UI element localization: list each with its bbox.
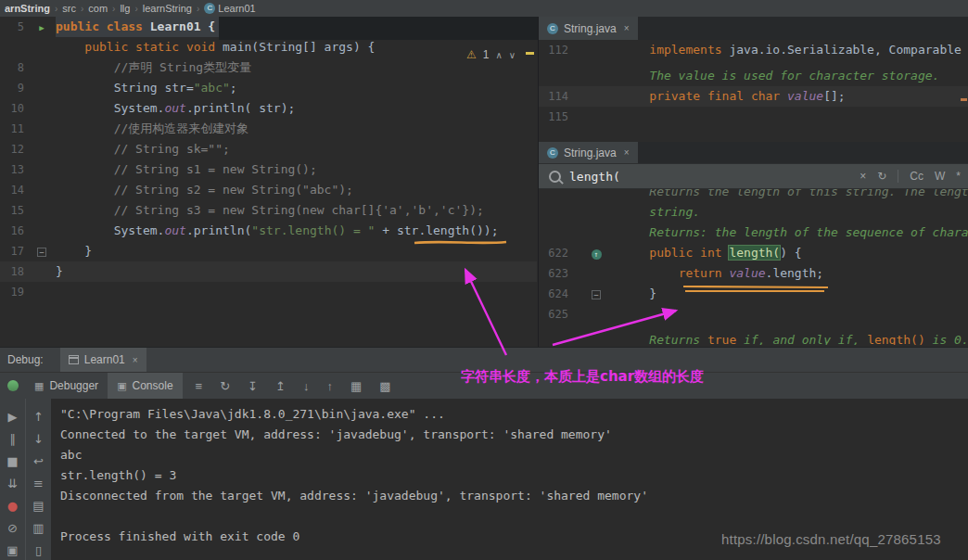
tab-string-java-top[interactable]: C String.java × [539, 17, 638, 40]
code-line[interactable]: 14 // String s2 = new String("abc"); [0, 180, 537, 200]
close-icon[interactable]: × [624, 23, 630, 33]
move-up-icon[interactable]: ↑ [326, 379, 333, 393]
code-line[interactable]: 19 [0, 282, 537, 302]
regex-toggle[interactable]: * [956, 170, 961, 183]
breadcrumb-item[interactable]: llg [118, 3, 132, 14]
search-clear-icon[interactable]: × [860, 170, 866, 183]
code-line[interactable]: 624− } [539, 284, 968, 304]
tab-debugger[interactable]: ▦ Debugger [25, 373, 108, 399]
step-filter-button[interactable]: ⇊ [7, 473, 18, 495]
mute-breakpoints-button[interactable]: ⊘ [7, 517, 18, 540]
line-number[interactable] [539, 189, 572, 202]
close-icon[interactable]: × [133, 355, 138, 365]
fold-icon[interactable]: − [572, 284, 620, 304]
clear-console-button[interactable]: ▥ [32, 517, 44, 540]
scroll-down-icon[interactable]: ↧ [248, 379, 258, 393]
code-line[interactable]: 9 String str="abc"; [0, 78, 537, 98]
breadcrumb-item[interactable]: arnString [3, 3, 52, 14]
print-button[interactable]: ▤ [32, 495, 44, 517]
line-number[interactable]: 12 [0, 139, 28, 159]
line-number[interactable]: 112 [539, 40, 572, 60]
code-line[interactable]: Returns the length of this string. The l… [539, 189, 968, 202]
code-line[interactable]: 11 //使用构造器来创建对象 [0, 119, 537, 139]
line-number[interactable]: 114 [539, 86, 572, 107]
fold-icon[interactable]: − [28, 241, 56, 261]
line-number[interactable]: 13 [0, 159, 28, 180]
line-number[interactable]: 9 [0, 78, 28, 98]
code-line[interactable]: 12 // String sk=""; [0, 139, 537, 159]
line-number[interactable]: 625 [539, 304, 572, 325]
scroll-end-button[interactable]: ≡ [33, 473, 44, 495]
line-number[interactable]: 115 [539, 107, 572, 127]
code-line[interactable]: Returns: the length of the sequence of c… [539, 223, 968, 243]
line-number[interactable]: 16 [0, 221, 28, 241]
code-line[interactable]: 13 // String s1 = new String(); [0, 159, 537, 180]
search-input[interactable]: length( [569, 170, 860, 184]
search-history-icon[interactable]: ↻ [877, 170, 886, 183]
code-line[interactable]: 115 [539, 107, 968, 127]
trash-button[interactable]: ▯ [35, 540, 42, 560]
console-line: Connected to the target VM, address: 'ja… [60, 425, 968, 445]
tab-string-java-bottom[interactable]: C String.java × [539, 142, 638, 163]
code-line[interactable]: 17− } [0, 241, 537, 261]
prev-issue-icon[interactable]: ∧ [495, 50, 502, 60]
line-number[interactable]: 17 [0, 241, 28, 261]
code-line[interactable]: 16 System.out.println("str.length() = " … [0, 221, 537, 241]
line-number[interactable]: 18 [0, 261, 28, 282]
code-line[interactable]: Returns true if, and only if, length() i… [539, 330, 968, 345]
override-icon[interactable]: ↑ [572, 243, 620, 263]
layout-grid-icon[interactable]: ▦ [350, 379, 362, 393]
breadcrumb-item[interactable]: com [86, 3, 109, 14]
down-stack-button[interactable]: ↓ [33, 428, 44, 451]
line-number[interactable]: 5 [0, 17, 28, 37]
line-number[interactable]: 624 [539, 284, 572, 304]
line-number[interactable]: 14 [0, 180, 28, 200]
soft-wrap-button[interactable]: ↩ [33, 451, 44, 473]
debug-session-tab[interactable]: Learn01 × [60, 348, 146, 372]
code-line[interactable]: 625 [539, 304, 968, 325]
resume-button[interactable]: ▶ [8, 406, 18, 428]
line-number[interactable] [539, 66, 572, 86]
line-number[interactable] [0, 37, 28, 57]
code-line[interactable]: The value is used for character storage. [539, 66, 968, 86]
close-icon[interactable]: × [624, 147, 630, 158]
line-number[interactable]: 11 [0, 119, 28, 139]
words-toggle[interactable]: W [935, 170, 945, 183]
code-line[interactable]: public static void main(String[] args) { [0, 37, 537, 57]
code-line[interactable]: 114 private final char value[]; [539, 86, 968, 107]
line-number[interactable]: 10 [0, 98, 28, 119]
run-icon[interactable]: ▶ [28, 17, 56, 37]
line-number[interactable]: 8 [0, 57, 28, 78]
stop-button[interactable]: ■ [6, 451, 18, 473]
line-number[interactable] [539, 330, 572, 345]
breadcrumb-item[interactable]: CLearn01 [202, 3, 257, 14]
code-line[interactable]: 10 System.out.println( str); [0, 98, 537, 119]
pin-tab-icon[interactable]: ↻ [220, 379, 230, 393]
line-number[interactable] [539, 202, 572, 223]
breadcrumb-item[interactable]: src [60, 3, 78, 14]
code-line[interactable]: 8 //声明 String类型变量 [0, 57, 537, 78]
line-number[interactable]: 19 [0, 282, 28, 302]
line-number[interactable]: 15 [0, 200, 28, 221]
pause-button[interactable]: ∥ [9, 428, 16, 451]
code-line[interactable]: string. [539, 202, 968, 223]
view-breakpoints-button[interactable]: ● [7, 495, 18, 517]
layout-split-icon[interactable]: ▩ [379, 379, 390, 393]
scroll-up-icon[interactable]: ↥ [275, 379, 286, 393]
line-number[interactable]: 622 [539, 243, 572, 263]
settings-icon[interactable]: ≡ [196, 379, 203, 393]
code-line[interactable]: 112 implements java.io.Serializable, Com… [539, 40, 968, 60]
next-issue-icon[interactable]: ∨ [509, 50, 516, 60]
up-stack-button[interactable]: ↑ [33, 406, 44, 428]
code-line[interactable]: 15 // String s3 = new String(new char[]{… [0, 200, 537, 221]
breadcrumb-item[interactable]: learnString [141, 3, 194, 14]
move-down-icon[interactable]: ↓ [303, 379, 310, 393]
tab-console[interactable]: ▣ Console [108, 373, 182, 399]
screenshot-button[interactable]: ▣ [6, 540, 18, 560]
code-line[interactable]: 623 return value.length; [539, 263, 968, 284]
code-line[interactable]: 18} [0, 261, 537, 282]
match-case-toggle[interactable]: Cc [910, 170, 923, 183]
line-number[interactable]: 623 [539, 263, 572, 284]
line-number[interactable] [539, 223, 572, 243]
code-line[interactable]: 622↑ public int length() { [539, 243, 968, 263]
